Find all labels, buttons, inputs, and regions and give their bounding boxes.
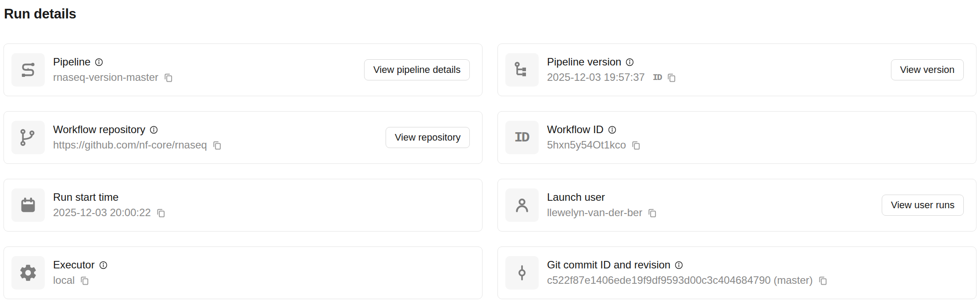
copy-icon[interactable] — [155, 207, 166, 218]
card-icon-box — [11, 188, 45, 222]
info-icon[interactable] — [608, 125, 617, 134]
card-icon-box — [505, 188, 539, 222]
git-branch-icon — [18, 128, 38, 147]
card-launch-user: Launch user llewelyn-van-der-ber View us… — [497, 179, 976, 232]
card-icon-box: ID — [505, 121, 539, 154]
calendar-icon — [18, 195, 38, 215]
card-git-commit: Git commit ID and revision c522f87e1406e… — [497, 246, 976, 299]
copy-icon[interactable] — [630, 140, 641, 151]
pipeline-icon — [18, 60, 38, 80]
card-icon-box — [505, 256, 539, 290]
info-icon[interactable] — [625, 58, 634, 67]
card-label: Git commit ID and revision — [547, 259, 670, 271]
card-value: 2025-12-03 20:00:22 — [53, 206, 151, 219]
git-commit-icon — [512, 263, 532, 282]
card-value: c522f87e1406ede19f9df9593d00c3c404684790… — [547, 274, 813, 286]
run-details-grid: Pipeline rnaseq-version-master — [4, 43, 976, 299]
copy-icon[interactable] — [666, 72, 677, 83]
copy-icon[interactable] — [817, 275, 828, 286]
launch-user-button[interactable]: View user runs — [882, 195, 964, 216]
user-icon — [512, 195, 532, 215]
card-label: Run start time — [53, 192, 118, 203]
info-icon[interactable] — [149, 125, 158, 134]
copy-icon[interactable] — [211, 140, 222, 151]
card-label: Pipeline — [53, 56, 90, 68]
card-icon-box — [11, 256, 45, 290]
card-label: Launch user — [547, 192, 605, 203]
card-workflow-id: ID Workflow ID 5hxn5y54Ot1kco — [497, 111, 976, 164]
card-pipeline: Pipeline rnaseq-version-master — [4, 43, 483, 96]
workflow-repository-button[interactable]: View repository — [386, 127, 470, 148]
pipeline-button[interactable]: View pipeline details — [364, 59, 470, 80]
card-pipeline-version: Pipeline version 2025-12-03 19:57:37 ID — [497, 43, 976, 96]
page-title: Run details — [4, 5, 980, 23]
card-workflow-repository: Workflow repository https://github.com/n… — [4, 111, 483, 164]
card-value: rnaseq-version-master — [53, 71, 158, 83]
pipeline-version-icon — [512, 60, 532, 80]
id-badge[interactable]: ID — [653, 72, 662, 83]
card-icon-box — [11, 121, 45, 154]
gear-icon — [18, 263, 38, 282]
card-run-start-time: Run start time 2025-12-03 20:00:22 — [4, 179, 483, 232]
card-label: Executor — [53, 259, 95, 271]
copy-icon[interactable] — [79, 275, 90, 286]
card-label: Pipeline version — [547, 56, 621, 68]
id-icon: ID — [514, 130, 528, 146]
card-value: 5hxn5y54Ot1kco — [547, 139, 626, 151]
card-value: https://github.com/nf-core/rnaseq — [53, 139, 207, 151]
card-executor: Executor local — [4, 246, 483, 299]
info-icon[interactable] — [99, 261, 108, 270]
pipeline-version-button[interactable]: View version — [891, 59, 964, 80]
copy-icon[interactable] — [163, 72, 174, 83]
copy-icon[interactable] — [647, 207, 658, 218]
info-icon[interactable] — [94, 58, 104, 67]
card-value: llewelyn-van-der-ber — [547, 206, 642, 219]
card-label: Workflow repository — [53, 124, 145, 135]
info-icon[interactable] — [674, 261, 683, 270]
card-value: local — [53, 274, 75, 286]
card-value: 2025-12-03 19:57:37 — [547, 71, 645, 83]
card-icon-box — [11, 53, 45, 87]
card-label: Workflow ID — [547, 124, 604, 135]
card-icon-box — [505, 53, 539, 87]
